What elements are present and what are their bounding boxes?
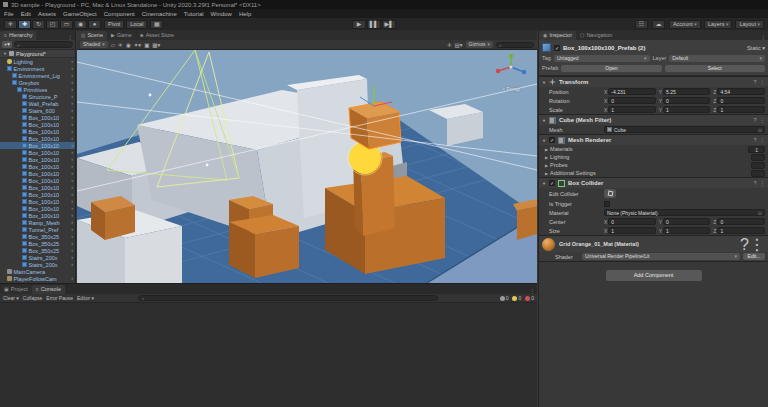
hierarchy-item[interactable]: Box_100x10 <box>0 114 75 121</box>
tab-project[interactable]: ▣Project <box>0 285 32 294</box>
warning-count-toggle[interactable]: 0 <box>512 295 521 301</box>
menu-item[interactable]: GameObject <box>63 11 97 17</box>
y-field[interactable]: 1 <box>663 106 710 113</box>
orientation-gizmo[interactable]: < Persp <box>491 52 531 92</box>
transform-header[interactable]: ▼ Transform ?⋮ <box>539 77 768 87</box>
scene-effects-icon[interactable]: ✦▾ <box>134 42 141 48</box>
step-button[interactable]: ▶▌ <box>382 20 396 29</box>
console-search-input[interactable]: ⌕ <box>138 295 438 301</box>
hierarchy-item[interactable]: MainCamera <box>0 268 75 275</box>
y-field[interactable]: 0 <box>663 218 710 225</box>
box-collider-header[interactable]: ▼✓ Box Collider ?⋮ <box>539 178 768 188</box>
x-field[interactable]: 0 <box>608 97 655 104</box>
2d-toggle-icon[interactable]: ▱ <box>111 42 115 48</box>
hierarchy-item[interactable]: Environment_Lig <box>0 72 75 79</box>
hierarchy-item[interactable]: Box_100x10 <box>0 163 75 170</box>
hierarchy-item[interactable]: Primitives <box>0 86 75 93</box>
collapse-button[interactable]: Collapse <box>23 295 42 301</box>
hierarchy-item[interactable]: Greybox <box>0 79 75 86</box>
console-log-area[interactable] <box>0 303 537 403</box>
local-toggle-button[interactable]: Local <box>126 20 147 29</box>
more-icon[interactable]: ⋮ <box>760 180 766 186</box>
add-component-button[interactable]: Add Component <box>606 270 702 281</box>
hierarchy-item[interactable]: Box_100x10 <box>0 177 75 184</box>
info-count-toggle[interactable]: 0 <box>500 295 509 301</box>
error-count-toggle[interactable]: 0 <box>525 295 534 301</box>
y-field[interactable]: 5.25 <box>663 88 710 95</box>
hierarchy-item[interactable]: Box_100x10 <box>0 128 75 135</box>
renderer-foldout-row[interactable]: ▶ Materials 1 <box>539 145 768 153</box>
hand-tool-button[interactable]: ✛ <box>4 20 17 29</box>
help-icon[interactable]: ? <box>740 236 749 253</box>
help-icon[interactable]: ? <box>753 117 756 123</box>
scene-lighting-icon[interactable]: ☀ <box>118 42 123 48</box>
component-checkbox[interactable]: ✓ <box>549 137 555 143</box>
physic-material-field[interactable]: None (Physic Material) ⊙ <box>604 209 765 216</box>
object-picker-icon[interactable]: ⊙ <box>758 127 762 133</box>
tab-navigation[interactable]: ⬡Navigation <box>576 31 616 40</box>
is-trigger-checkbox[interactable] <box>604 201 610 207</box>
x-field[interactable]: 1 <box>608 106 655 113</box>
rect-tool-button[interactable]: ▭ <box>60 20 73 29</box>
scene-foldout-icon[interactable]: ▼ <box>3 51 7 56</box>
hierarchy-item[interactable]: Box_100x10 <box>0 121 75 128</box>
console-menu-icon[interactable]: ⋮ <box>529 287 537 294</box>
edit-collider-button[interactable] <box>604 189 616 198</box>
static-dropdown[interactable]: Static ▾ <box>747 45 765 51</box>
hierarchy-item[interactable]: Box_100x10 <box>0 149 75 156</box>
hierarchy-item[interactable]: Wall_Prefab <box>0 100 75 107</box>
rotate-tool-button[interactable]: ↻ <box>32 20 45 29</box>
z-field[interactable]: 1 <box>717 106 765 113</box>
pivot-toggle-button[interactable]: Pivot <box>104 20 124 29</box>
play-button[interactable]: ▶ <box>352 20 366 29</box>
grid-snap-button[interactable]: ▦ <box>150 20 163 29</box>
hierarchy-item[interactable]: Structure_P <box>0 93 75 100</box>
tag-dropdown[interactable]: Untagged▾ <box>554 55 650 62</box>
x-field[interactable]: -4.231 <box>608 88 655 95</box>
hierarchy-scene-row[interactable]: ▼ Playground* <box>0 50 75 58</box>
menu-item[interactable]: Cinemachine <box>142 11 177 17</box>
y-field[interactable]: 0 <box>663 97 710 104</box>
hierarchy-item[interactable]: Box_100x10 <box>0 191 75 198</box>
menu-item[interactable]: Assets <box>38 11 56 17</box>
grid-visibility-icon[interactable]: ▦▾ <box>152 42 160 48</box>
layer-dropdown[interactable]: Default▾ <box>669 55 765 62</box>
move-tool-button[interactable]: ✚ <box>18 20 31 29</box>
inspector-menu-icon[interactable]: ⋮ <box>760 33 768 40</box>
tab-game[interactable]: ▶Game <box>107 31 136 40</box>
menu-item[interactable]: Tutorial <box>184 11 204 17</box>
hierarchy-item[interactable]: Environment <box>0 65 75 72</box>
hierarchy-item[interactable]: Ramp_Mesh <box>0 219 75 226</box>
gizmos-dropdown[interactable]: Gizmos▾ <box>466 41 493 48</box>
y-field[interactable]: 1 <box>663 227 710 234</box>
clear-button[interactable]: Clear ▾ <box>3 295 19 301</box>
hierarchy-item[interactable]: Box_350x25 <box>0 240 75 247</box>
prefab-open-button[interactable]: Open <box>561 65 661 72</box>
more-icon[interactable]: ⋮ <box>760 117 766 123</box>
hierarchy-item[interactable]: Tunnel_Pref <box>0 226 75 233</box>
active-checkbox[interactable]: ✓ <box>554 45 560 51</box>
scene-audio-icon[interactable]: ◉ <box>126 42 131 48</box>
tab-hierarchy[interactable]: ≡Hierarchy <box>0 31 36 40</box>
hierarchy-item[interactable]: PlayerFollowCam <box>0 275 75 282</box>
renderer-foldout-row[interactable]: ▶ Probes <box>539 161 768 169</box>
hierarchy-item[interactable]: Box_350x25 <box>0 233 75 240</box>
hidden-objects-icon[interactable]: ▣ <box>144 42 149 48</box>
z-field[interactable]: 1 <box>717 227 765 234</box>
shading-mode-dropdown[interactable]: Shaded▾ <box>80 41 108 48</box>
transform-tool-button[interactable]: ◉ <box>74 20 87 29</box>
collab-history-button[interactable]: ☷ <box>635 20 648 29</box>
editor-dropdown[interactable]: Editor ▾ <box>77 295 94 301</box>
hierarchy-item[interactable]: Box_100x10 <box>0 212 75 219</box>
hierarchy-item[interactable]: Box_100x10 <box>0 170 75 177</box>
hierarchy-item[interactable]: Box_100x10 <box>0 156 75 163</box>
layers-dropdown[interactable]: Layers ▾ <box>704 20 733 29</box>
layout-dropdown[interactable]: Layout ▾ <box>735 20 764 29</box>
mesh-renderer-header[interactable]: ▼✓ Mesh Renderer ?⋮ <box>539 135 768 145</box>
renderer-foldout-row[interactable]: ▶ Additional Settings <box>539 169 768 177</box>
hierarchy-item[interactable]: Box_100x10 <box>0 135 75 142</box>
pause-button[interactable]: ▌▌ <box>367 20 381 29</box>
create-object-button[interactable]: +▾ <box>2 41 12 48</box>
hierarchy-item[interactable]: Box_100x10 <box>0 142 75 149</box>
z-field[interactable]: 4.54 <box>717 88 765 95</box>
